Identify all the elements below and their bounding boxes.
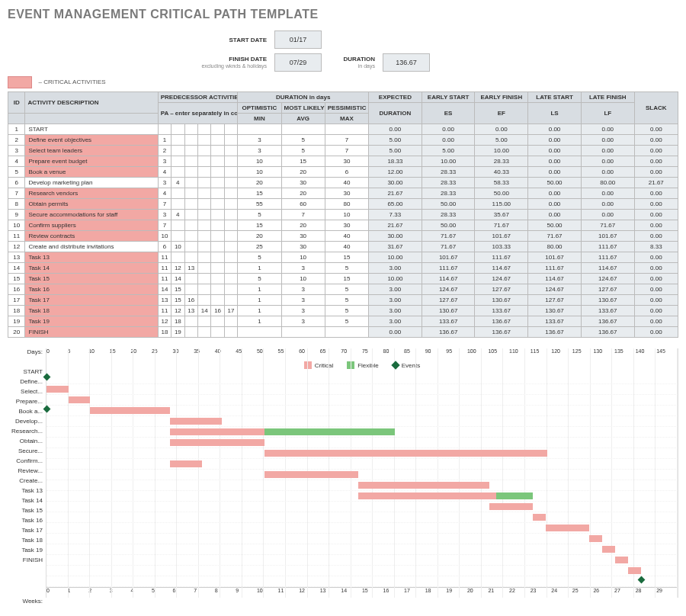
col-pa-group: PREDECESSOR ACTIVITIES [158,92,238,103]
gantt-row [46,384,678,395]
gantt-row-label: Secure... [8,448,43,457]
gantt-row-label: Task 15 [8,507,43,517]
gantt-bar [170,428,264,435]
gantt-row-label: FINISH [8,557,43,566]
table-row: 10Confirm suppliers715203021.6750.0071.6… [8,220,678,231]
col-es: ES [422,103,475,124]
gantt-row-label: Task 16 [8,517,43,527]
table-row: 9Secure accommodations for staff3457107.… [8,210,678,220]
gantt-row [46,534,678,544]
gantt-bar [628,567,641,574]
gantt-bar [589,535,602,542]
duration-value: 136.67 [383,53,430,72]
gantt-row-label: Task 13 [8,487,43,497]
gantt-bar [533,514,546,521]
gantt-days-label: Days: [8,348,43,358]
duration-label: DURATIONin days [329,56,375,69]
gantt-row [46,438,678,448]
col-ef: EF [475,103,528,124]
table-row: 1START0.000.000.000.000.000.00 [8,124,678,135]
gantt-row-label: START [8,368,43,378]
col-exp2: DURATION [369,103,422,124]
col-desc-blank [25,114,158,124]
col-desc: ACTIVITY DESCRIPTION [25,92,158,114]
col-pes: PESSIMISTIC [325,103,368,114]
gantt-bar [264,450,547,457]
finish-date-label: FINISH DATEexcluding wknds & holidays [8,56,267,69]
table-row: 19Task 1912181353.00133.67136.67133.6713… [8,316,678,327]
gantt-row [46,502,678,512]
gantt-chart: Days: STARTDefine...Select...Prepare...B… [8,348,678,598]
gantt-row-label: Task 14 [8,497,43,507]
gantt-row [46,491,678,502]
gantt-row [46,512,678,523]
gantt-row [46,523,678,534]
gantt-row-label: Research... [8,428,43,438]
table-row: 15Task 1511145101510.00114.67124.67114.6… [8,274,678,284]
critical-legend: – CRITICAL ACTIVITIES [8,76,678,88]
gantt-bar [358,492,496,499]
gantt-row-label: Prepare... [8,398,43,408]
table-row: 18Task 181112131416171353.00130.67133.67… [8,306,678,316]
col-id: ID [8,92,25,114]
table-row: 5Book a venue41020612.0028.3340.330.000.… [8,167,678,178]
start-date-value[interactable]: 01/17 [274,30,322,49]
start-date-row: START DATE 01/17 [8,30,678,49]
col-slack: SLACK [634,92,678,124]
gantt-bar [358,482,489,489]
table-row: 20FINISH18190.00136.67136.67136.67136.67… [8,327,678,338]
gantt-weeks-label: Weeks: [8,598,46,605]
col-pa-sub: PA – enter separately in columns [158,103,238,124]
gantt-row-label: Review... [8,467,43,477]
table-row: 8Obtain permits755608065.0050.00115.000.… [8,199,678,210]
gantt-row [46,480,678,491]
gantt-row-label: Confirm... [8,457,43,467]
gantt-row [46,406,678,416]
col-lf: LF [581,103,634,124]
col-expected: EXPECTED [369,92,422,103]
table-row: 7Research vendors415203021.6728.3350.000… [8,188,678,199]
gantt-row-label: Task 17 [8,527,43,537]
gantt-row-label: Task 18 [8,537,43,547]
gantt-row [46,448,678,459]
gantt-bar [170,418,223,425]
col-ml: MOST LIKELY [281,103,325,114]
gantt-row [46,427,678,438]
table-row: 12Create and distribute invitations61025… [8,242,678,252]
col-dur-group: DURATION in days [238,92,369,103]
table-row: 6Develop marketing plan3420304030.0028.3… [8,178,678,188]
table-row: 2Define event objectives13575.000.005.00… [8,135,678,146]
gantt-row-label: Define... [8,378,43,388]
gantt-row-label: Obtain... [8,438,43,448]
gantt-bar [264,471,359,478]
gantt-bar [170,439,264,446]
gantt-row-label: Select... [8,388,43,398]
finish-date-row: FINISH DATEexcluding wknds & holidays 07… [8,53,678,72]
col-avg: AVG [281,114,325,124]
gantt-row [46,566,678,576]
gantt-row [46,416,678,427]
table-row: 14Task 141112131353.00111.67114.67111.67… [8,263,678,274]
gantt-event-marker [638,576,646,584]
page-title: EVENT MANAGEMENT CRITICAL PATH TEMPLATE [8,8,678,21]
col-lf-h: LATE FINISH [581,92,634,103]
table-row: 3Select team leaders23575.005.0010.000.0… [8,146,678,156]
col-min: MIN [238,114,281,124]
gantt-row [46,470,678,480]
table-row: 11Review contracts1020304030.0071.67101.… [8,231,678,242]
col-ls: LS [528,103,582,124]
col-ls-h: LATE START [528,92,582,103]
col-id-blank [8,114,25,124]
gantt-row [46,374,678,384]
gantt-row-label: Task 19 [8,547,43,557]
col-opt: OPTIMISTIC [238,103,281,114]
gantt-bar [546,525,589,531]
gantt-bar [602,546,615,553]
start-date-label: START DATE [8,37,267,43]
table-row: 16Task 1614151353.00124.67127.67124.6712… [8,284,678,295]
gantt-bar [615,557,628,563]
gantt-row [46,555,678,566]
gantt-row-label: Develop... [8,418,43,428]
gantt-bar [264,428,395,435]
gantt-bar [90,407,170,414]
